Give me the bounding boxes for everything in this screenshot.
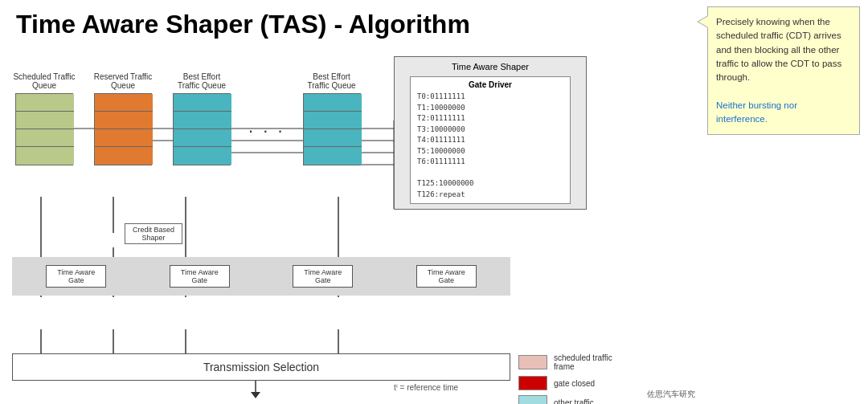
callout-box: Precisely knowing when the scheduled tra… bbox=[707, 6, 860, 135]
legend-label-other-traffic: other traffic bbox=[554, 398, 594, 405]
legend-color-scheduled bbox=[518, 355, 547, 369]
gate-line-t2: T2:01111111 bbox=[417, 113, 563, 124]
legend-scheduled: scheduled trafficframe bbox=[518, 353, 695, 371]
legend-color-other-traffic bbox=[518, 395, 547, 404]
best-effort-queue-1: Best EffortTraffic Queue bbox=[170, 72, 234, 165]
gate-driver-box: Gate Driver T0:01111111 T1:10000000 T2:0… bbox=[410, 76, 571, 204]
time-aware-gate-1: Time AwareGate bbox=[46, 265, 106, 288]
gates-section: Time AwareGate Time AwareGate Time Aware… bbox=[12, 257, 510, 296]
gate-line-t126: T126:repeat bbox=[417, 190, 563, 201]
time-aware-gate-3: Time AwareGate bbox=[293, 265, 353, 288]
transmission-selection-label: Transmission Selection bbox=[203, 361, 319, 373]
legend-label-gate-closed: gate closed bbox=[554, 379, 595, 388]
best-effort-queue-2: Best EffortTraffic Queue bbox=[300, 72, 364, 165]
best-effort-queue-1-label: Best EffortTraffic Queue bbox=[170, 72, 234, 90]
time-aware-gate-2: Time AwareGate bbox=[170, 265, 230, 288]
gate-line-t125: T125:10000000 bbox=[417, 178, 563, 190]
scheduled-queue-label: Scheduled Traffic Queue bbox=[12, 72, 76, 90]
gate-line-t4: T4:01111111 bbox=[417, 135, 563, 146]
reserved-queue-label: Reserved Traffic Queue bbox=[91, 72, 155, 90]
tas-title: Time Aware Shaper bbox=[399, 62, 581, 71]
time-aware-gate-4: Time AwareGate bbox=[416, 265, 477, 288]
gate-line-t0: T0:01111111 bbox=[417, 92, 563, 103]
scheduled-traffic-queue: Scheduled Traffic Queue bbox=[12, 72, 76, 165]
credit-based-shaper-label: Credit BasedShaper bbox=[125, 223, 182, 244]
gate-line-blank bbox=[417, 168, 563, 179]
gate-line-t5: T5:10000000 bbox=[417, 146, 563, 157]
queues-section: Scheduled Traffic Queue Reserved Traffic… bbox=[12, 72, 364, 165]
svg-marker-16 bbox=[251, 392, 260, 398]
reference-time-label: tᴵ = reference time bbox=[394, 383, 458, 392]
best-effort-queue-2-label: Best EffortTraffic Queue bbox=[300, 72, 364, 90]
gate-line-t6: T6:01111111 bbox=[417, 157, 563, 168]
gate-driver-title: Gate Driver bbox=[417, 80, 563, 89]
time-aware-shaper-box: Time Aware Shaper Gate Driver T0:0111111… bbox=[394, 56, 587, 210]
watermark: 佐思汽车研究 bbox=[647, 389, 695, 400]
gate-line-t1: T1:10000000 bbox=[417, 103, 563, 114]
transmission-selection-box: Transmission Selection bbox=[12, 353, 510, 381]
ellipsis-group: . . . bbox=[248, 72, 285, 137]
callout-normal-text: Precisely knowing when the scheduled tra… bbox=[716, 17, 841, 82]
ellipsis-dots: . . . bbox=[248, 116, 285, 137]
reserved-traffic-queue: Reserved Traffic Queue bbox=[91, 72, 155, 165]
legend-label-scheduled: scheduled trafficframe bbox=[554, 353, 612, 371]
gate-line-t3: T3:10000000 bbox=[417, 124, 563, 136]
legend-color-gate-closed bbox=[518, 376, 547, 390]
callout-highlight-text: Neither bursting nor interference. bbox=[716, 100, 797, 124]
